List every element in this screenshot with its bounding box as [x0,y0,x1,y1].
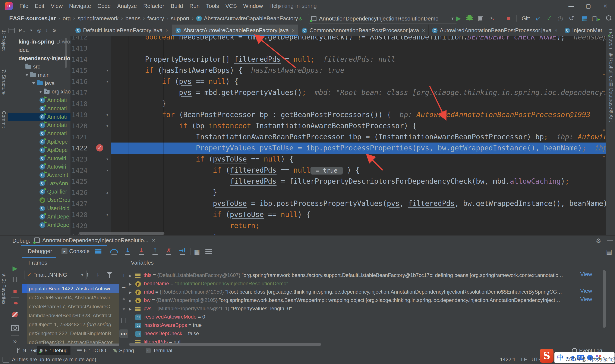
menu-item-edit[interactable]: Edit [32,1,48,11]
breadcrumb-class[interactable]: AbstractAutowireCapableBeanFactory [204,15,298,22]
editor-tab[interactable]: CAbstractAutowireCapableBeanFactory.java… [172,25,298,36]
resume-button[interactable]: ▶ [8,265,22,272]
tool-window-button-terminal[interactable]: >_Terminal [143,346,175,355]
line-number[interactable]: 1421 [70,131,88,143]
gear-icon[interactable]: ⚙ [52,28,56,33]
debug-button[interactable] [465,14,474,23]
remove-watch-button[interactable]: − [119,284,129,291]
coverage-button[interactable]: ▣ [476,14,485,23]
inspections-ok-icon[interactable]: ✓ [607,31,612,39]
tree-item-dependency-injection[interactable]: dependency-injection [8,54,70,63]
editor-horizontal-scrollbar[interactable] [79,232,164,235]
run-to-cursor-button[interactable]: →I [178,247,187,257]
tree-item-king-in-spring[interactable]: king-in-springD:\wor [8,38,70,46]
variables-scrollbar[interactable] [603,270,606,328]
hide-panel-icon[interactable]: — [607,237,613,244]
code-line-1419[interactable]: for (BeanPostProcessor bp : getBeanPostP… [111,109,606,120]
menu-item-refactor[interactable]: Refactor [140,1,167,11]
tree-item-userhold[interactable]: CUserHold [8,204,70,212]
fold-marker-icon[interactable]: ▾ [106,109,109,120]
tree-item-org.xiaoge.t[interactable]: org.xiaoge.t [8,88,70,96]
line-number[interactable]: 1424 [70,165,88,176]
menu-item-build[interactable]: Build [167,1,186,11]
tab-console[interactable]: Console [69,248,90,255]
stop-button[interactable]: ■ [8,288,22,295]
tree-item-annotati[interactable]: CAnnotati [8,96,70,104]
line-number[interactable]: 1418 [70,98,88,109]
view-link[interactable]: View [580,296,592,302]
tree-item-annotati[interactable]: CAnnotati [8,104,70,113]
variable-row[interactable]: ▶this = {DefaultListableBeanFactory@1607… [129,271,583,279]
code-line-1416[interactable]: if (pvs == null) { [111,76,606,87]
stripe-item-ant[interactable]: ❋ Ant [608,109,614,122]
profiler-button[interactable]: ◔▾ [487,14,496,23]
line-number[interactable]: 1422 [70,143,88,154]
tree-item-autowiri[interactable]: CAutowiri [8,163,70,171]
variable-row[interactable]: 01hasInstAwareBpps = true [129,321,583,329]
editor-tab[interactable]: CCommonAnnotationBeanPostProcessor.java× [298,25,428,36]
pause-button[interactable] [8,276,22,284]
stripe-item-favorites[interactable]: ★ 2: Favorites [1,273,7,304]
background-tasks-icon[interactable] [2,357,9,363]
fold-marker-icon[interactable]: ▾ [106,120,109,131]
menu-item-window[interactable]: Window [240,1,266,11]
show-watches-toggle[interactable]: oo [119,329,128,338]
close-icon[interactable]: × [555,27,558,34]
fold-marker-icon[interactable]: ▴ [106,187,109,198]
variables-horizontal-scrollbar[interactable] [129,343,321,346]
line-number[interactable]: 1412 [70,36,88,43]
menu-item-run[interactable]: Run [186,1,203,11]
line-number[interactable]: 1428 [70,209,88,220]
breadcrumb-item[interactable]: org [63,15,71,22]
search-everywhere-button[interactable] [604,14,613,23]
code-line-1417[interactable]: pvs = mbd.getPropertyValues(); mbd: "Roo… [111,87,606,98]
tool-window-button-spring[interactable]: Spring [110,346,137,355]
git-history-button[interactable]: ◷ [556,14,565,23]
editor-tab[interactable]: CAutowiredAnnotationBeanPostProcessor.ja… [428,25,561,36]
tool-window-button-6-todo[interactable]: 6: TODO [74,346,109,355]
more-actions-button[interactable]: » [8,338,22,345]
line-number[interactable]: 1416 [70,76,88,87]
filter-icon[interactable] [107,272,112,275]
run-button[interactable]: ▶ [454,14,463,23]
line-number[interactable]: 1426 [70,187,88,198]
tree-item-annotati[interactable]: CAnnotati [8,129,70,138]
close-icon[interactable]: × [292,27,295,34]
tree-item-xmldepe[interactable]: CXmlDepe [8,221,70,229]
breadcrumb-item[interactable]: factory [147,15,164,22]
minimize-button[interactable]: — [564,2,579,10]
menu-item-view[interactable]: View [48,1,66,11]
variable-row[interactable]: ▶pmbd = {RootBeanDefinition@2050} "Root … [129,288,583,296]
git-update-button[interactable]: ↙ [534,14,543,23]
expand-arrow-icon[interactable]: ▶ [129,272,135,279]
expand-arrow-icon[interactable]: ▶ [129,288,135,296]
code-line-1430[interactable]: } [111,231,606,235]
code-editor[interactable]: 1412141314141415▾1416▾141714181419▾1420▾… [70,36,606,235]
menu-item-tools[interactable]: Tools [203,1,222,11]
code-line-1423[interactable]: if (pvsToUse == null) { [111,154,606,165]
line-separator-indicator[interactable]: LF [521,357,527,363]
panel-layout-icon[interactable]: ▤ [606,248,612,255]
variable-row[interactable]: 01needsDepCheck = false [129,329,583,338]
variable-row[interactable]: ▶pvs = {MutablePropertyValues@2111} "Pro… [129,304,583,312]
code-line-1422[interactable]: PropertyValues pvsToUse = ibp.postProces… [111,143,606,154]
restore-layout-button[interactable] [205,249,212,254]
frame-up-button[interactable]: ↑ [86,271,89,278]
evaluate-expression-button[interactable]: ▦ [194,248,200,255]
tree-item-lazyann[interactable]: CLazyAnn [8,179,70,188]
tree-item-xmldepe[interactable]: CXmlDepe [8,212,70,221]
maximize-button[interactable]: ▢ [581,2,596,10]
line-number[interactable]: 1415 [70,65,88,76]
move-up-button[interactable]: ▲ [119,295,129,302]
close-icon[interactable]: × [422,27,425,34]
stripe-item-database[interactable]: ▤ Database [608,82,614,109]
run-anything-button[interactable]: ▢▶ [591,14,601,23]
menu-item-navigate[interactable]: Navigate [66,1,94,11]
tree-item-java[interactable]: java [8,79,70,88]
locate-file-icon[interactable]: ◎ [37,28,41,33]
view-link[interactable]: View [580,288,592,294]
screenshot-button[interactable] [8,325,22,333]
tree-item-src[interactable]: src [8,63,70,71]
step-out-button[interactable]: ↑ [150,247,160,257]
breadcrumb-item[interactable]: support [171,15,189,22]
